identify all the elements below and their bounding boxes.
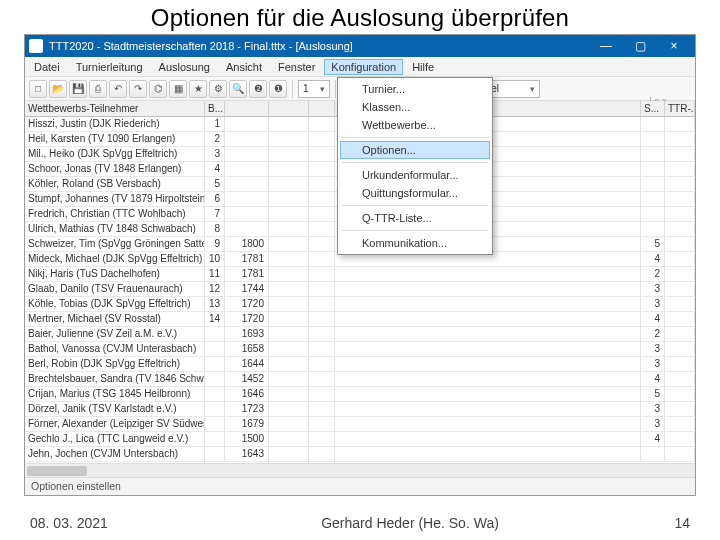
cell-name[interactable]: Dörzel, Janik (TSV Karlstadt e.V.) [25,402,205,417]
cell-ttr[interactable] [225,177,269,192]
cell-y[interactable] [309,432,335,447]
cell-r[interactable] [665,387,695,402]
cell-y[interactable] [309,282,335,297]
cell-s[interactable] [641,117,665,132]
cell-r[interactable] [665,297,695,312]
column-header[interactable]: Wettbewerbs-Teilnehmer [25,101,205,117]
cell-x[interactable] [269,297,309,312]
cell-empty[interactable] [335,297,641,312]
cell-r[interactable] [665,147,695,162]
cell-name[interactable]: Stumpf, Johannes (TV 1879 Hirpoltstein) [25,192,205,207]
column-header[interactable] [309,101,335,117]
cell-b[interactable]: 12 [205,282,225,297]
menu-ansicht[interactable]: Ansicht [219,59,269,75]
cell-b[interactable]: 7 [205,207,225,222]
cell-name[interactable]: Schoor, Jonas (TV 1848 Erlangen) [25,162,205,177]
cell-y[interactable] [309,402,335,417]
cell-name[interactable]: Köhle, Tobias (DJK SpVgg Effeltrich) [25,297,205,312]
cell-r[interactable] [665,207,695,222]
cell-x[interactable] [269,222,309,237]
cell-s[interactable]: 3 [641,297,665,312]
cell-empty[interactable] [335,372,641,387]
cell-x[interactable] [269,432,309,447]
cell-y[interactable] [309,312,335,327]
cell-name[interactable]: Förner, Alexander (Leipziger SV Südwest) [25,417,205,432]
cell-b[interactable]: 14 [205,312,225,327]
cell-name[interactable]: Mertner, Michael (SV Rosstal) [25,312,205,327]
cell-y[interactable] [309,297,335,312]
close-button[interactable]: × [657,35,691,57]
cell-s[interactable] [641,177,665,192]
cell-name[interactable]: Brechtelsbauer, Sandra (TV 1846 Schwab.) [25,372,205,387]
cell-s[interactable] [641,192,665,207]
zoom-icon[interactable]: 🔍 [229,80,247,98]
cell-empty[interactable] [335,432,641,447]
cell-ttr[interactable]: 1679 [225,417,269,432]
cell-ttr[interactable]: 1723 [225,402,269,417]
cell-s[interactable] [641,162,665,177]
menu-item-quittungsformular[interactable]: Quittungsformular... [340,184,490,202]
menu-auslosung[interactable]: Auslosung [152,59,217,75]
cell-x[interactable] [269,402,309,417]
cell-y[interactable] [309,342,335,357]
cell-y[interactable] [309,222,335,237]
cell-s[interactable]: 4 [641,432,665,447]
cell-ttr[interactable] [225,117,269,132]
cell-empty[interactable] [335,267,641,282]
cell-x[interactable] [269,177,309,192]
cell-name[interactable]: Köhler, Roland (SB Versbach) [25,177,205,192]
cell-s[interactable]: 3 [641,357,665,372]
cell-ttr[interactable]: 1658 [225,342,269,357]
cell-ttr[interactable]: 1720 [225,297,269,312]
cell-ttr[interactable] [225,147,269,162]
cell-s[interactable] [641,147,665,162]
menu-item-kommunikation[interactable]: Kommunikation... [340,234,490,252]
cell-x[interactable] [269,417,309,432]
cell-s[interactable]: 2 [641,327,665,342]
cell-b[interactable]: 4 [205,162,225,177]
cell-ttr[interactable] [225,222,269,237]
menu-item-urkundenformular[interactable]: Urkundenformular... [340,166,490,184]
horizontal-scrollbar[interactable] [25,463,695,477]
cell-s[interactable]: 4 [641,312,665,327]
cell-r[interactable] [665,372,695,387]
cell-x[interactable] [269,267,309,282]
cell-name[interactable]: Jehn, Jochen (CVJM Untersbach) [25,447,205,462]
cell-y[interactable] [309,417,335,432]
cell-b[interactable]: 9 [205,237,225,252]
cell-b[interactable]: 2 [205,132,225,147]
cell-s[interactable]: 3 [641,417,665,432]
cell-r[interactable] [665,342,695,357]
cell-y[interactable] [309,237,335,252]
cell-r[interactable] [665,432,695,447]
cell-name[interactable]: Nikj, Haris (TuS Dachelhofen) [25,267,205,282]
save-icon[interactable]: 💾 [69,80,87,98]
cell-ttr[interactable]: 1800 [225,237,269,252]
cell-name[interactable]: Gechlo J., Lica (TTC Langweid e.V.) [25,432,205,447]
cell-y[interactable] [309,192,335,207]
cell-y[interactable] [309,267,335,282]
cell-name[interactable]: Ulrich, Mathias (TV 1848 Schwabach) [25,222,205,237]
cell-y[interactable] [309,357,335,372]
cell-r[interactable] [665,177,695,192]
cell-empty[interactable] [335,357,641,372]
cell-x[interactable] [269,147,309,162]
tree-icon[interactable]: ⌬ [149,80,167,98]
cell-b[interactable] [205,402,225,417]
cell-empty[interactable] [335,282,641,297]
cell-x[interactable] [269,252,309,267]
cell-ttr[interactable] [225,192,269,207]
cell-empty[interactable] [335,312,641,327]
column-header[interactable]: S... [641,101,665,117]
cell-ttr[interactable] [225,162,269,177]
cell-ttr[interactable] [225,132,269,147]
cell-b[interactable]: 10 [205,252,225,267]
cell-s[interactable]: 4 [641,252,665,267]
menu-hilfe[interactable]: Hilfe [405,59,441,75]
cell-x[interactable] [269,357,309,372]
cell-ttr[interactable]: 1500 [225,432,269,447]
cell-y[interactable] [309,327,335,342]
column-header[interactable]: TTR-... [665,101,695,117]
cell-s[interactable]: 3 [641,402,665,417]
cell-x[interactable] [269,207,309,222]
